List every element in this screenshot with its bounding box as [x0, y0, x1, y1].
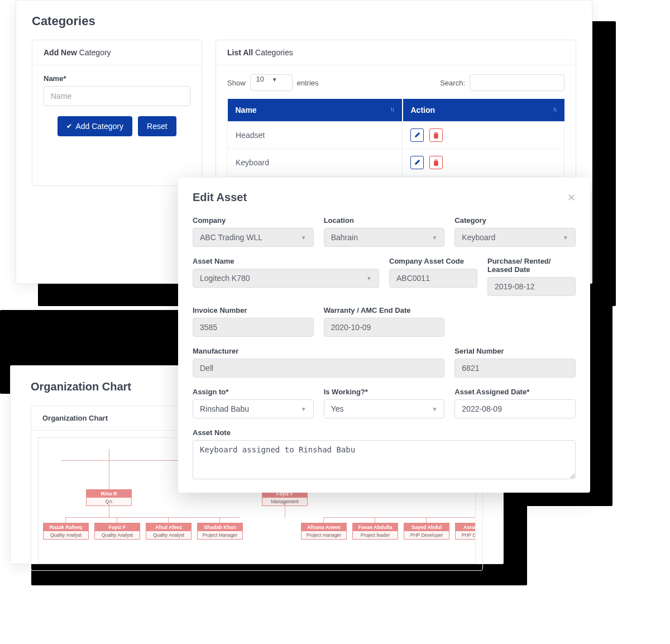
purchase-date-input[interactable] [487, 277, 576, 296]
sort-icon: ↑↓ [553, 106, 557, 112]
page-title: Categories [32, 14, 576, 28]
close-button[interactable]: ✕ [567, 192, 576, 204]
reset-button-label: Reset [147, 122, 168, 131]
reset-button[interactable]: Reset [138, 116, 176, 136]
org-node-name: Fayiz F [95, 523, 140, 531]
caret-down-icon: ▼ [301, 406, 307, 412]
field-label: Category [454, 216, 576, 225]
org-node-role: Quality Analyst [44, 531, 88, 539]
table-row: Keyboard [228, 149, 564, 176]
card-header-rest: Categories [253, 48, 293, 57]
location-select[interactable]: Bahrain ▼ [324, 228, 445, 247]
trash-icon [433, 132, 439, 139]
select-value: ABC Trading WLL [200, 233, 262, 242]
delete-button[interactable] [429, 156, 443, 169]
list-categories-card: List All Categories Show 10 ▼ entries Se… [216, 40, 576, 186]
org-node[interactable]: Razak Rafeeq Quality Analyst [43, 523, 89, 540]
org-node-role: PHP Developer [404, 531, 449, 539]
org-connector [426, 517, 427, 523]
select-value: Keyboard [462, 233, 495, 242]
org-node-role: Project Manager [198, 531, 242, 539]
org-connector [117, 517, 117, 523]
name-label: Name* [44, 74, 190, 83]
entries-select[interactable]: 10 ▼ [250, 74, 293, 91]
show-label: Show [227, 79, 246, 87]
org-connector [168, 517, 169, 523]
org-node-name: Sayed Abdul [404, 523, 449, 531]
field-label: Invoice Number [193, 306, 314, 314]
category-select[interactable]: Keyboard ▼ [454, 228, 576, 247]
select-value: Logitech K780 [200, 274, 250, 283]
org-node-name: Favas Abdulla [353, 523, 398, 531]
field-label: Is Working?* [324, 388, 445, 396]
org-connector [65, 517, 66, 523]
field-label: Location [324, 216, 445, 225]
cell-name: Keyboard [228, 149, 403, 176]
card-header: Add New Category [32, 40, 202, 65]
field-label: Asset Assigned Date* [454, 388, 576, 396]
field-label: Serial Number [454, 347, 576, 355]
org-connector [323, 517, 324, 523]
org-node-name: Afsal Afeez [146, 523, 191, 531]
add-category-card: Add New Category Name* ✔ Add Category Re… [32, 40, 202, 186]
delete-button[interactable] [429, 128, 443, 142]
card-header-rest: Category [77, 48, 111, 57]
select-value: Rinshad Babu [200, 404, 249, 413]
org-node[interactable]: Fayiz F Quality Analyst [94, 523, 140, 540]
company-asset-code-input[interactable] [389, 269, 477, 288]
trash-icon [433, 159, 439, 166]
invoice-number-input[interactable] [193, 318, 314, 337]
org-node[interactable]: Shadab Khan Project Manager [197, 523, 243, 540]
org-connector [375, 517, 375, 523]
asset-note-textarea[interactable] [193, 440, 576, 479]
serial-number-input[interactable] [454, 359, 576, 378]
card-header: List All Categories [216, 40, 576, 65]
manufacturer-input[interactable] [193, 359, 444, 378]
caret-down-icon: ▼ [563, 235, 568, 241]
caret-down-icon: ▼ [272, 77, 277, 83]
field-label: Asset Note [193, 428, 576, 437]
org-node-name: Rinu R [87, 490, 131, 498]
select-value: Bahrain [331, 233, 358, 242]
org-node[interactable]: Favas Abdulla Project leader [352, 523, 398, 540]
org-node-role: Project leader [353, 531, 398, 539]
edit-button[interactable] [410, 156, 424, 169]
warranty-end-input[interactable] [324, 318, 445, 337]
assign-to-select[interactable]: Rinshad Babu ▼ [193, 399, 314, 418]
asset-name-select[interactable]: Logitech K780 ▼ [193, 269, 379, 288]
add-category-button-label: Add Category [75, 122, 123, 131]
caret-down-icon: ▼ [432, 235, 437, 241]
add-category-button[interactable]: ✔ Add Category [58, 116, 132, 136]
search-input[interactable] [470, 74, 564, 91]
col-name[interactable]: Name ↑↓ [228, 99, 403, 122]
org-node-name: Afnana Anees [302, 523, 346, 531]
org-node[interactable]: Afsal Afeez Quality Analyst [146, 523, 192, 540]
org-node[interactable]: Sayed Abdul PHP Developer [404, 523, 449, 540]
modal-title: Edit Asset [193, 191, 247, 204]
org-connector [285, 504, 285, 517]
org-node-name: Razak Rafeeq [44, 523, 88, 531]
col-action[interactable]: Action ↑↓ [403, 99, 564, 122]
org-node[interactable]: Asna Ameer PHP Developer [455, 523, 476, 540]
company-select[interactable]: ABC Trading WLL ▼ [193, 228, 314, 247]
field-label: Purchase/ Rented/ Leased Date [487, 257, 576, 274]
field-label: Warranty / AMC End Date [324, 306, 445, 314]
card-header-bold: Add New [44, 48, 77, 57]
assigned-date-input[interactable] [454, 399, 576, 418]
is-working-select[interactable]: Yes ▼ [324, 399, 445, 418]
entries-label: entries [297, 79, 319, 87]
org-node-role: Quality Analyst [146, 531, 191, 539]
entries-value: 10 [256, 75, 264, 83]
category-name-input[interactable] [44, 86, 190, 106]
org-node[interactable]: Afnana Anees Project manager [301, 523, 347, 540]
field-label: Assign to* [193, 388, 314, 396]
org-node-role: Quality Analyst [95, 531, 140, 539]
org-node-name: Shadab Khan [198, 523, 242, 531]
field-label: Company [193, 216, 314, 225]
org-node-role: PHP Developer [456, 531, 476, 539]
edit-button[interactable] [410, 128, 424, 142]
card-header-bold: List All [227, 48, 253, 57]
field-label: Asset Name [193, 257, 379, 265]
caret-down-icon: ▼ [366, 275, 372, 282]
cell-name: Headset [228, 122, 403, 149]
